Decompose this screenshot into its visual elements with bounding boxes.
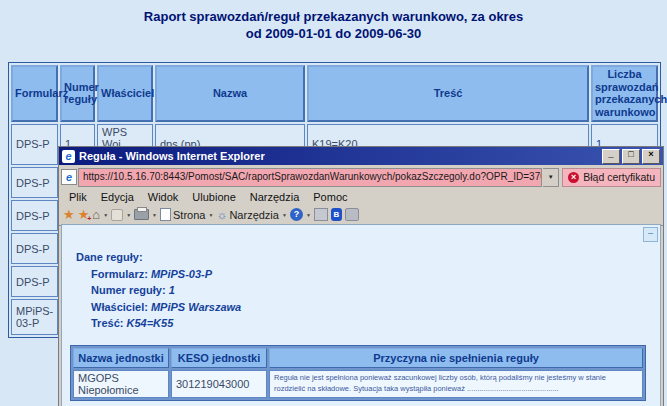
field-numer-reguly: Numer reguły: 1	[91, 282, 660, 299]
favorites-button[interactable]: ★	[63, 208, 75, 221]
chevron-down-icon: ▼	[152, 212, 157, 218]
col-numer-reguly: Numer reguły	[60, 65, 95, 122]
send-icon	[345, 208, 359, 221]
page-icon	[160, 208, 171, 221]
gear-icon: ☼	[216, 209, 227, 221]
col-wlasciciel: Właściciel	[97, 65, 153, 122]
chevron-down-icon: ▼	[126, 212, 131, 218]
cell-formularz: DPS-P	[11, 124, 58, 166]
bluetooth-icon: B	[331, 208, 342, 221]
help-icon: ?	[290, 208, 303, 221]
research-button[interactable]	[314, 208, 328, 221]
cell-formularz: DPS-P	[11, 200, 58, 231]
home-icon: ⌂	[92, 209, 100, 221]
chevron-down-icon: ▼	[208, 212, 213, 218]
rule-details-heading: Dane reguły:	[76, 249, 660, 266]
cell-keso-jednostki: 301219043000	[171, 370, 267, 398]
col-tresc: Treść	[307, 65, 589, 122]
cell-formularz: DPS-P	[11, 266, 58, 297]
page-menu-label: Strona	[173, 209, 205, 221]
popup-title: Reguła - Windows Internet Explorer	[79, 150, 265, 162]
tools-menu-button[interactable]: ☼ Narzędzia ▼	[216, 209, 286, 221]
cell-przyczyna: Reguła nie jest spełniona ponieważ szacu…	[269, 370, 643, 398]
popup-content: – Dane reguły: Formularz: MPiPS-03-P Num…	[61, 224, 661, 406]
col-keso-jednostki: KESO jednostki	[171, 348, 267, 368]
address-dropdown-button[interactable]: ▼	[543, 168, 559, 187]
units-table: Nazwa jednostki KESO jednostki Przyczyna…	[70, 345, 646, 401]
ie-icon: e	[62, 150, 75, 163]
cell-nazwa-jednostki: MGOPS Niepołomice	[73, 370, 169, 398]
col-przyczyna: Przyczyna nie spełnienia reguły	[269, 348, 643, 368]
home-button[interactable]: ⌂ ▼	[92, 209, 108, 221]
scroll-up-button[interactable]: –	[643, 227, 658, 242]
chevron-down-icon: ▼	[282, 212, 287, 218]
col-nazwa-jednostki: Nazwa jednostki	[73, 348, 169, 368]
col-liczba: Liczba sprawozdań przekazanych warunkowo	[591, 65, 658, 122]
toolbar: ★ ★ + ⌂ ▼ ▼ ▼ Strona ▼	[59, 204, 663, 226]
add-favorite-button[interactable]: ★ +	[78, 208, 90, 221]
address-bar: e https://10.5.16.70:8443/Pomost/SAC/rap…	[59, 165, 663, 189]
field-wlasciciel: Właściciel: MPiPS Warszawa	[91, 299, 660, 316]
page-favicon-icon: e	[61, 169, 77, 185]
close-button[interactable]: ×	[642, 149, 660, 164]
print-button[interactable]: ▼	[134, 209, 157, 220]
certificate-error-label: Błąd certyfikatu	[583, 171, 655, 183]
page-menu-button[interactable]: Strona ▼	[160, 208, 213, 221]
plus-icon: +	[87, 215, 91, 222]
research-icon	[314, 208, 328, 221]
units-row: MGOPS Niepołomice 301219043000 Reguła ni…	[73, 370, 643, 398]
menu-narzedzia[interactable]: Narzędzia	[243, 191, 307, 203]
printer-icon	[134, 209, 149, 220]
menu-edycja[interactable]: Edycja	[94, 191, 141, 203]
report-header-row: Formularz Numer reguły Właściciel Nazwa …	[11, 65, 658, 122]
col-nazwa: Nazwa	[155, 65, 305, 122]
page-title: Raport sprawozdań/reguł przekazanych war…	[0, 9, 667, 43]
popup-titlebar[interactable]: e Reguła - Windows Internet Explorer _ □…	[59, 147, 663, 165]
certificate-error-button[interactable]: × Błąd certyfikatu	[562, 168, 661, 187]
bluetooth-button[interactable]: B	[331, 208, 342, 221]
menu-pomoc[interactable]: Pomoc	[306, 191, 354, 203]
cell-formularz: MPiPS-03-P	[11, 299, 58, 335]
menu-plik[interactable]: Plik	[62, 191, 94, 203]
feeds-button[interactable]: ▼	[111, 209, 131, 221]
page-title-line1: Raport sprawozdań/reguł przekazanych war…	[0, 9, 667, 26]
help-button[interactable]: ? ▼	[290, 208, 311, 221]
screen: Raport sprawozdań/reguł przekazanych war…	[0, 0, 667, 406]
popup-window: e Reguła - Windows Internet Explorer _ □…	[58, 146, 664, 406]
rule-details: Dane reguły: Formularz: MPiPS-03-P Numer…	[76, 249, 660, 332]
menu-widok[interactable]: Widok	[141, 191, 186, 203]
chevron-down-icon: ▼	[103, 212, 108, 218]
tools-menu-label: Narzędzia	[229, 209, 279, 221]
field-tresc: Treść: K54=K55	[91, 315, 660, 332]
col-formularz: Formularz	[11, 65, 58, 122]
favorites-star-icon: ★	[63, 208, 75, 221]
cell-formularz: DPS-P	[11, 167, 58, 198]
rss-feed-icon	[111, 209, 123, 221]
send-button[interactable]	[345, 208, 359, 221]
field-formularz: Formularz: MPiPS-03-P	[91, 266, 660, 283]
page-title-line2: od 2009-01-01 do 2009-06-30	[0, 26, 667, 43]
menu-ulubione[interactable]: Ulubione	[185, 191, 242, 203]
address-input[interactable]: https://10.5.16.70:8443/Pomost/SAC/rapor…	[78, 168, 542, 187]
units-header-row: Nazwa jednostki KESO jednostki Przyczyna…	[73, 348, 643, 368]
minimize-button[interactable]: _	[602, 149, 620, 164]
maximize-button[interactable]: □	[622, 149, 640, 164]
menu-bar: Plik Edycja Widok Ulubione Narzędzia Pom…	[59, 189, 663, 204]
chevron-down-icon: ▼	[306, 212, 311, 218]
certificate-error-icon: ×	[568, 172, 579, 183]
cell-formularz: DPS-P	[11, 233, 58, 264]
